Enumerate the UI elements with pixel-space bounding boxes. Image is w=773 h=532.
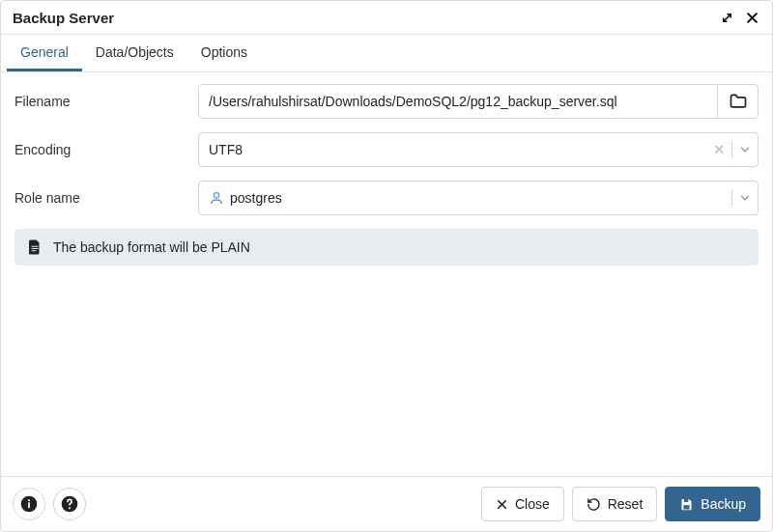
close-icon <box>496 498 508 511</box>
help-icon <box>60 494 79 514</box>
dialog-header: Backup Server <box>1 1 772 35</box>
tab-general[interactable]: General <box>7 35 82 71</box>
backup-label: Backup <box>701 496 746 512</box>
reset-icon <box>587 497 601 512</box>
clear-icon[interactable]: ✕ <box>713 141 726 158</box>
save-icon <box>679 497 694 512</box>
info-banner: The backup format will be PLAIN <box>14 229 759 266</box>
reset-label: Reset <box>608 496 644 512</box>
svg-rect-5 <box>28 502 30 508</box>
svg-point-3 <box>214 193 218 198</box>
file-browse-button[interactable] <box>717 85 758 118</box>
dialog-footer: Close Reset Backup <box>1 476 772 531</box>
rolename-value: postgres <box>230 190 282 206</box>
label-filename: Filename <box>14 94 198 109</box>
row-filename: Filename <box>14 84 759 119</box>
separator <box>731 189 732 207</box>
rolename-select[interactable]: postgres <box>198 181 759 215</box>
svg-point-6 <box>28 499 30 501</box>
info-message: The backup format will be PLAIN <box>53 239 250 255</box>
svg-rect-12 <box>684 505 690 509</box>
info-button[interactable] <box>13 488 45 520</box>
backup-button[interactable]: Backup <box>665 487 760 521</box>
row-rolename: Role name postgres <box>14 181 759 215</box>
encoding-value: UTF8 <box>209 142 713 157</box>
close-label: Close <box>515 496 550 512</box>
encoding-select[interactable]: UTF8 ✕ <box>198 132 759 167</box>
close-icon[interactable] <box>743 9 760 26</box>
dialog-title: Backup Server <box>13 10 710 26</box>
label-encoding: Encoding <box>14 142 198 157</box>
label-rolename: Role name <box>14 190 198 206</box>
resize-icon[interactable] <box>718 9 735 26</box>
svg-rect-11 <box>684 498 688 501</box>
dialog-body: Filename Encoding UTF8 ✕ <box>1 72 772 476</box>
backup-server-dialog: Backup Server General Data/Objects Optio… <box>0 0 773 532</box>
filename-input-group <box>198 84 759 119</box>
tab-data-objects[interactable]: Data/Objects <box>82 35 187 71</box>
close-button[interactable]: Close <box>481 487 564 521</box>
chevron-down-icon <box>738 143 752 156</box>
svg-line-0 <box>723 14 730 21</box>
document-icon <box>26 238 43 256</box>
chevron-down-icon <box>738 191 752 205</box>
separator <box>731 141 732 158</box>
svg-point-8 <box>69 507 71 509</box>
tabs: General Data/Objects Options <box>1 35 772 72</box>
reset-button[interactable]: Reset <box>572 487 658 521</box>
filename-input[interactable] <box>199 88 717 115</box>
row-encoding: Encoding UTF8 ✕ <box>14 132 759 167</box>
folder-icon <box>729 92 748 111</box>
tab-options[interactable]: Options <box>187 35 261 71</box>
user-icon <box>209 190 224 206</box>
help-button[interactable] <box>53 488 86 520</box>
info-icon <box>19 494 39 514</box>
